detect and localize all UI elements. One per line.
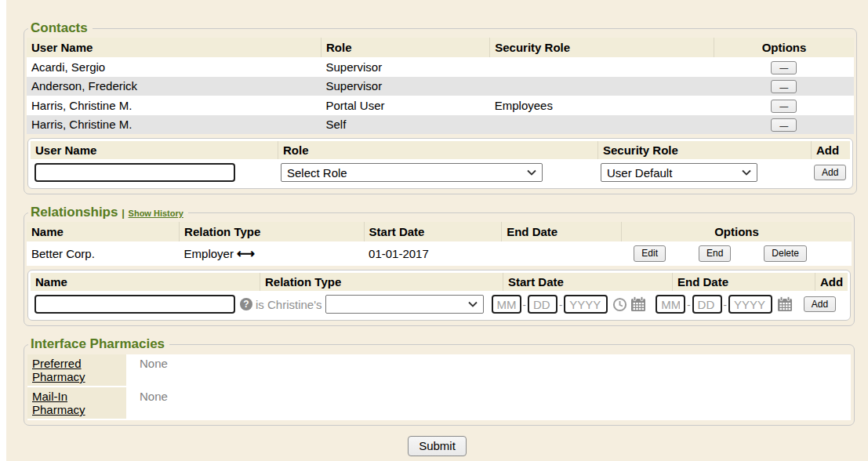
add-contact-box: User Name Role Security Role Add Select …	[27, 138, 853, 189]
add-contact-controls-row: Select Role User Default Add	[31, 159, 850, 185]
start-date-year-input[interactable]	[564, 295, 608, 314]
add-relationship-col-relation-type: Relation Type	[260, 273, 503, 291]
add-relationship-controls-row: ? is Christine's - -	[31, 291, 848, 317]
contact-security-role: Employees	[490, 96, 714, 115]
contacts-col-user-name: User Name	[27, 38, 321, 57]
chevron-down-icon	[468, 301, 478, 307]
end-relationship-button[interactable]: End	[699, 245, 731, 261]
contacts-col-role: Role	[321, 38, 489, 57]
relationships-legend: Relationships | Show History	[28, 205, 188, 220]
contact-security-role	[490, 115, 714, 135]
relationships-legend-text: Relationships	[31, 205, 118, 220]
contacts-section: Contacts User Name Role Security Role Op…	[24, 20, 857, 194]
relationship-name-input[interactable]	[35, 295, 235, 314]
contact-row: Acardi, Sergio Supervisor —	[27, 57, 854, 77]
end-date-month-input[interactable]	[656, 295, 685, 314]
contact-user-name-input[interactable]	[35, 163, 235, 182]
page: Contacts User Name Role Security Role Op…	[6, 0, 868, 461]
relationship-type: Employer	[184, 247, 234, 260]
add-relationship-col-add: Add	[815, 273, 848, 291]
possessive-label: is Christine's	[256, 298, 322, 311]
add-relationship-box: Name Relation Type Start Date End Date A…	[27, 270, 851, 321]
contact-role-select-value: Select Role	[287, 166, 347, 180]
relationships-col-options: Options	[621, 222, 852, 241]
relationships-col-name: Name	[27, 222, 180, 241]
contact-security-role-select-value: User Default	[607, 166, 672, 180]
relationship-name: Better Corp.	[27, 241, 180, 266]
contacts-header-row: User Name Role Security Role Options	[27, 38, 854, 57]
contact-user-name: Harris, Christine M.	[27, 96, 321, 115]
remove-contact-button[interactable]: —	[771, 61, 797, 74]
remove-contact-button[interactable]: —	[771, 80, 797, 93]
contacts-table: User Name Role Security Role Options Aca…	[27, 38, 854, 134]
contact-user-name: Anderson, Frederick	[27, 77, 321, 96]
pharmacy-row: Mail-In Pharmacy None	[27, 387, 851, 420]
footer: Submit	[6, 436, 868, 456]
interface-pharmacies-section: Interface Pharmacies Preferred Pharmacy …	[24, 336, 855, 426]
relationships-col-start-date: Start Date	[364, 222, 502, 241]
end-date-day-input[interactable]	[692, 295, 722, 314]
add-relationship-button[interactable]: Add	[804, 296, 836, 312]
calendar-icon[interactable]	[630, 296, 646, 312]
delete-relationship-button[interactable]: Delete	[764, 245, 807, 261]
relationship-end-date	[502, 241, 622, 266]
relationships-section: Relationships | Show History Name Relati…	[24, 205, 855, 326]
preferred-pharmacy-value: None	[126, 354, 173, 387]
contact-row: Harris, Christine M. Portal User Employe…	[27, 96, 854, 115]
contacts-col-security-role: Security Role	[490, 38, 714, 57]
contact-user-name: Harris, Christine M.	[27, 115, 321, 135]
add-contact-header-row: User Name Role Security Role Add	[31, 141, 850, 159]
start-date-day-input[interactable]	[528, 295, 557, 314]
add-relationship-col-end-date: End Date	[673, 273, 815, 291]
contact-security-role	[490, 57, 714, 77]
help-icon[interactable]: ?	[240, 298, 252, 310]
contact-security-role-select[interactable]: User Default	[601, 163, 757, 182]
remove-contact-button[interactable]: —	[771, 100, 797, 113]
contact-role: Supervisor	[321, 57, 489, 77]
submit-button[interactable]: Submit	[408, 436, 467, 456]
pharmacy-row: Preferred Pharmacy None	[27, 354, 851, 387]
contact-row: Anderson, Frederick Supervisor —	[27, 77, 854, 96]
clock-icon[interactable]	[612, 297, 627, 312]
relation-type-select[interactable]	[325, 295, 484, 314]
remove-contact-button[interactable]: —	[771, 118, 797, 132]
date-separator: -	[559, 299, 562, 310]
contact-user-name: Acardi, Sergio	[27, 57, 321, 77]
relationships-header-row: Name Relation Type Start Date End Date O…	[27, 222, 852, 241]
calendar-icon[interactable]	[777, 296, 793, 312]
edit-relationship-button[interactable]: Edit	[634, 245, 666, 261]
interface-pharmacies-legend: Interface Pharmacies	[28, 336, 169, 352]
mail-in-pharmacy-value: None	[126, 387, 173, 420]
relationship-row: Better Corp. Employer ⟷ 01-01-2017 Edit …	[27, 241, 852, 266]
contact-row: Harris, Christine M. Self —	[27, 115, 854, 135]
end-date-year-input[interactable]	[728, 295, 772, 314]
date-separator: -	[687, 299, 690, 310]
legend-separator: |	[122, 207, 125, 219]
add-contact-col-add: Add	[812, 141, 850, 159]
add-relationship-header-row: Name Relation Type Start Date End Date A…	[31, 273, 848, 291]
start-date-month-input[interactable]	[492, 295, 521, 314]
chevron-down-icon	[527, 169, 536, 176]
contact-security-role	[490, 77, 714, 96]
date-separator: -	[523, 299, 526, 310]
relationships-col-relation-type: Relation Type	[180, 222, 365, 241]
contacts-legend: Contacts	[28, 20, 93, 36]
add-contact-button[interactable]: Add	[814, 165, 846, 180]
show-history-link[interactable]: Show History	[129, 209, 183, 218]
mail-in-pharmacy-link[interactable]: Mail-In Pharmacy	[32, 390, 85, 416]
add-contact-col-security-role: Security Role	[598, 141, 812, 159]
interface-pharmacies-rows: Preferred Pharmacy None Mail-In Pharmacy…	[27, 354, 851, 420]
relationships-table: Name Relation Type Start Date End Date O…	[27, 222, 852, 266]
bidirectional-arrow-icon: ⟷	[237, 247, 255, 260]
contact-role-select[interactable]: Select Role	[281, 163, 543, 182]
contacts-col-options: Options	[714, 38, 854, 57]
add-relationship-col-name: Name	[31, 273, 260, 291]
contact-role: Portal User	[321, 96, 489, 115]
preferred-pharmacy-link[interactable]: Preferred Pharmacy	[32, 357, 85, 383]
add-contact-col-user-name: User Name	[31, 141, 278, 159]
add-contact-col-role: Role	[278, 141, 598, 159]
contact-role: Self	[321, 115, 489, 135]
relationship-start-date: 01-01-2017	[364, 241, 502, 266]
date-separator: -	[724, 299, 727, 310]
relationships-col-end-date: End Date	[502, 222, 622, 241]
